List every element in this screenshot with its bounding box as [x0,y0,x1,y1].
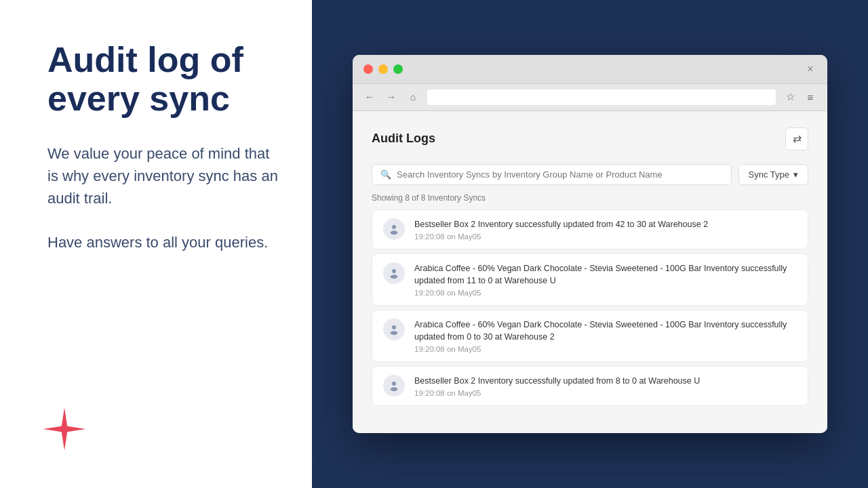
sub-text-2: Have answers to all your queries. [47,231,278,253]
audit-list-item[interactable]: Bestseller Box 2 Inventory successfully … [372,209,808,249]
audit-item-content: Bestseller Box 2 Inventory successfully … [414,218,797,241]
svg-point-6 [392,382,396,386]
browser-content: Audit Logs ⇄ 🔍 Sync Type ▾ Showing 8 of … [353,111,827,434]
search-icon: 🔍 [380,169,391,180]
audit-item-icon [383,218,405,240]
menu-button[interactable]: ≡ [803,89,818,104]
audit-header: Audit Logs ⇄ [372,127,808,150]
chevron-down-icon: ▾ [793,169,798,180]
traffic-lights [363,64,403,74]
audit-item-time: 19:20:08 on May05 [414,232,797,241]
search-box: 🔍 [372,164,732,185]
audit-list-item[interactable]: Arabica Coffee - 60% Vegan Dark Chocolat… [372,253,808,306]
svg-point-5 [391,331,398,335]
browser-close-button[interactable]: × [804,63,816,75]
left-panel: Audit log of every sync We value your pe… [0,0,312,488]
refresh-button[interactable]: ⇄ [785,127,808,150]
toolbar-right: ☆ ≡ [783,89,818,104]
forward-button[interactable]: → [384,89,399,104]
audit-item-content: Arabica Coffee - 60% Vegan Dark Chocolat… [414,319,797,353]
audit-list-item[interactable]: Arabica Coffee - 60% Vegan Dark Chocolat… [372,310,808,362]
svg-point-7 [391,388,398,392]
browser-toolbar: ← → ⌂ ☆ ≡ [353,84,827,111]
svg-point-4 [392,325,396,329]
audit-item-description: Arabica Coffee - 60% Vegan Dark Chocolat… [414,319,797,343]
audit-list: Bestseller Box 2 Inventory successfully … [372,209,808,407]
svg-point-2 [392,269,396,273]
search-filter-row: 🔍 Sync Type ▾ [372,164,808,185]
traffic-light-red[interactable] [363,64,373,74]
audit-item-description: Bestseller Box 2 Inventory successfully … [414,375,797,387]
home-button[interactable]: ⌂ [406,89,420,104]
left-content: Audit log of every sync We value your pe… [47,41,278,454]
audit-item-description: Bestseller Box 2 Inventory successfully … [414,218,797,230]
browser-titlebar: × [353,55,827,84]
audit-item-icon [383,319,405,340]
svg-point-1 [391,230,398,235]
audit-item-description: Arabica Coffee - 60% Vegan Dark Chocolat… [414,262,797,287]
audit-item-content: Arabica Coffee - 60% Vegan Dark Chocolat… [414,262,797,297]
audit-item-time: 19:20:08 on May05 [414,289,797,297]
star-icon [41,405,88,455]
back-button[interactable]: ← [362,89,377,104]
audit-logs-title: Audit Logs [372,131,435,146]
traffic-light-yellow[interactable] [378,64,388,74]
audit-item-icon [383,262,405,284]
showing-text: Showing 8 of 8 Inventory Syncs [372,193,808,203]
browser-window: × ← → ⌂ ☆ ≡ Audit Logs ⇄ 🔍 [353,55,827,434]
address-bar[interactable] [427,89,776,105]
traffic-light-green[interactable] [393,64,403,74]
bookmark-button[interactable]: ☆ [783,89,797,104]
sync-type-button[interactable]: Sync Type ▾ [738,164,808,185]
audit-item-time: 19:20:08 on May05 [414,345,797,353]
audit-item-content: Bestseller Box 2 Inventory successfully … [414,375,797,397]
right-panel: × ← → ⌂ ☆ ≡ Audit Logs ⇄ 🔍 [312,0,868,488]
sub-text-1: We value your peace of mind that is why … [47,142,278,209]
main-heading: Audit log of every sync [47,41,278,118]
audit-list-item[interactable]: Bestseller Box 2 Inventory successfully … [372,366,808,406]
sync-type-label: Sync Type [749,169,789,180]
svg-point-3 [391,274,398,279]
audit-item-icon [383,375,405,396]
audit-item-time: 19:20:08 on May05 [414,389,797,397]
svg-point-0 [392,225,396,229]
search-input[interactable] [397,169,723,180]
